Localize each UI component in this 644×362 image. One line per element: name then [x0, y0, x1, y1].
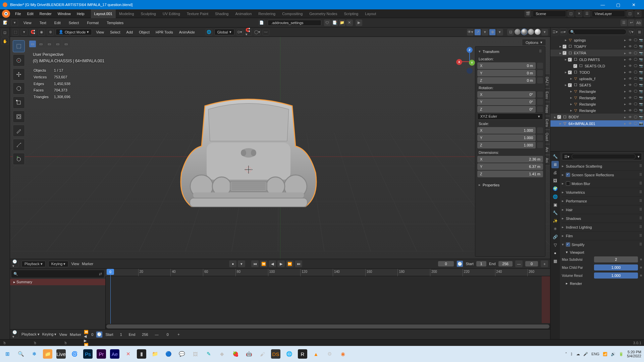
- shading-wireframe-icon[interactable]: [515, 29, 521, 35]
- app-icon[interactable]: 🍓: [231, 349, 240, 359]
- keyframe-area[interactable]: [106, 276, 550, 323]
- overlay-options-icon[interactable]: ▾: [496, 29, 503, 36]
- select-subtract-icon[interactable]: ▭: [46, 40, 53, 48]
- props-tab-constraints[interactable]: 🔗: [551, 233, 559, 241]
- app-icon[interactable]: 💬: [177, 349, 186, 359]
- panel-checkbox[interactable]: [566, 181, 570, 186]
- scene-browse-icon[interactable]: 🎬: [525, 10, 531, 17]
- cursor-tool-icon[interactable]: ▾: [21, 29, 28, 36]
- simplify-checkbox[interactable]: [566, 242, 570, 247]
- location-y-field[interactable]: Y0 m: [477, 70, 536, 76]
- outliner-row[interactable]: ▸▽Rectangle▸👁🖵📷: [550, 95, 644, 101]
- props-tab-viewlayer[interactable]: 🖼: [551, 177, 559, 184]
- workspace-tab-layout001[interactable]: Layout.001: [91, 9, 116, 18]
- keying2-dropdown[interactable]: Keying ▾: [42, 332, 57, 337]
- app-icon[interactable]: 📁: [43, 349, 52, 359]
- dim-z-field[interactable]: Z1.41 m: [477, 171, 543, 177]
- start-icon[interactable]: ⊞: [3, 349, 12, 359]
- shading-rendered-icon[interactable]: [535, 29, 541, 35]
- props-tab-render[interactable]: 🖥: [551, 161, 559, 168]
- props-tab-modifiers[interactable]: 🔧: [551, 209, 559, 217]
- outliner-row[interactable]: ▸▽64+IMPALA.001▸👁🖵📷: [550, 120, 644, 127]
- props-tab-physics[interactable]: ⚛: [551, 225, 559, 233]
- workspace-tab[interactable]: Compositing: [279, 9, 306, 18]
- orientation-icon[interactable]: 🌐: [206, 29, 212, 36]
- playhead[interactable]: 0: [110, 269, 111, 329]
- mesh-object-car[interactable]: [161, 86, 336, 217]
- transform-header[interactable]: ▾Transform⠿: [477, 49, 543, 54]
- props-panel-row[interactable]: ▸Screen Space Reflections⠿: [562, 170, 642, 179]
- viewlayer-browse-icon[interactable]: ☰: [584, 10, 590, 17]
- lock-icon[interactable]: [537, 99, 543, 105]
- text-browse-icon[interactable]: 📄: [258, 19, 265, 26]
- maximize-button[interactable]: ▢: [610, 0, 626, 9]
- explorer-icon[interactable]: 📁: [150, 349, 160, 359]
- photoshop-icon[interactable]: Ps: [83, 349, 93, 359]
- outliner-row[interactable]: ☐SEATS OLD▸👁🖵📷: [550, 63, 644, 69]
- end-frame2-field[interactable]: 256: [138, 332, 152, 337]
- scale-z-field[interactable]: Z1.000: [477, 142, 536, 148]
- outliner-tree[interactable]: ▸▽springs▸👁🖵📷▸☐TOAPY▸👁🖵📷▸☐EXTRA▸👁🖵📷▸☐OLD…: [550, 36, 644, 151]
- vp-menu-view[interactable]: View: [94, 30, 106, 34]
- bluetooth-icon[interactable]: ᛒ: [571, 352, 573, 356]
- timeline2-editor-type-icon[interactable]: 🕑▾: [12, 331, 19, 338]
- scale-x-field[interactable]: X1.000: [477, 127, 536, 134]
- app-icon[interactable]: ✕: [123, 349, 133, 359]
- te-wordwrap-icon[interactable]: ↩: [628, 19, 635, 26]
- shading-options-icon[interactable]: ▾: [541, 29, 548, 36]
- select-tool[interactable]: [13, 40, 25, 52]
- props-panel-row[interactable]: ▸Subsurface Scattering⠿: [562, 162, 642, 170]
- terminal-icon[interactable]: ▮: [137, 349, 146, 359]
- editor-menus-icon[interactable]: ▾: [11, 19, 18, 26]
- curve-icon[interactable]: 〰: [263, 29, 269, 36]
- props-search[interactable]: [572, 154, 636, 159]
- scene-delete-icon[interactable]: ✕: [576, 10, 582, 17]
- timeline-view[interactable]: View: [71, 262, 79, 266]
- text-unlink-icon[interactable]: ✕: [346, 19, 353, 26]
- props-panel-row[interactable]: ▸Motion Blur⠿: [562, 179, 642, 188]
- workspace-tab[interactable]: Shading: [212, 9, 232, 18]
- summary-row[interactable]: ▸ Summary: [10, 279, 105, 285]
- max-subdiv-field[interactable]: 2: [594, 256, 638, 262]
- app-icon[interactable]: R: [298, 349, 307, 359]
- visibility-icon[interactable]: 👁▾: [467, 29, 474, 36]
- menu-render[interactable]: Render: [37, 9, 55, 18]
- timeline2-view[interactable]: View: [59, 333, 67, 337]
- simplify-panel-header[interactable]: ▾Simplify⠿: [562, 240, 642, 249]
- gizmo-x-axis[interactable]: X: [456, 59, 462, 65]
- props-datapath[interactable]: ☰▾▾: [562, 153, 642, 160]
- vlc-icon[interactable]: ▲: [311, 349, 321, 359]
- jump-start-icon[interactable]: ⏮: [251, 260, 259, 267]
- workspace-tab[interactable]: Sculpting: [138, 9, 159, 18]
- app-icon[interactable]: 🔵: [164, 349, 173, 359]
- props-panel-row[interactable]: ▸Film⠿: [562, 231, 642, 240]
- taskview-icon[interactable]: 🔍: [16, 349, 25, 359]
- dim-x-field[interactable]: X2.36 m: [477, 156, 543, 163]
- workspace-tab[interactable]: Texture Paint: [183, 9, 212, 18]
- outliner-new-collection-icon[interactable]: ⊞: [636, 28, 643, 35]
- app-icon[interactable]: 🌀: [70, 349, 79, 359]
- menu-window[interactable]: Window: [55, 9, 74, 18]
- add-button[interactable]: ＋: [541, 260, 548, 267]
- remove2-button[interactable]: —: [155, 333, 159, 337]
- props-panel-row[interactable]: ▸Hair⠿: [562, 205, 642, 214]
- vp-menu-select[interactable]: Select: [108, 30, 122, 34]
- annotate-tool[interactable]: [13, 125, 25, 137]
- props-tab-texture[interactable]: ▦: [551, 257, 559, 265]
- remove-button[interactable]: —: [515, 260, 523, 267]
- props-tab-object[interactable]: ▣: [551, 201, 559, 208]
- rotation-x-field[interactable]: X0°: [477, 91, 536, 98]
- timeline-scrollbar[interactable]: [106, 324, 550, 329]
- lock-icon[interactable]: [537, 77, 543, 83]
- outliner-row[interactable]: ▸▽uploads_f▸👁🖵📷: [550, 75, 644, 82]
- start-frame2-field[interactable]: 1: [116, 332, 126, 337]
- proportional-icon[interactable]: ◉: [38, 29, 45, 36]
- frame-ruler[interactable]: 020406080100120140160180200220240260: [106, 269, 550, 276]
- te-menu-view[interactable]: View: [21, 21, 34, 25]
- play2-icon[interactable]: ▶: [84, 339, 89, 343]
- props-panel-row[interactable]: ▸Indirect Lighting⠿: [562, 223, 642, 231]
- dopesheet-search[interactable]: 🔍⇄: [11, 270, 104, 278]
- end-frame-field[interactable]: 256: [498, 261, 513, 266]
- kf-prev2-icon[interactable]: ⏪: [84, 330, 89, 334]
- te-menu-text[interactable]: Text: [37, 21, 49, 25]
